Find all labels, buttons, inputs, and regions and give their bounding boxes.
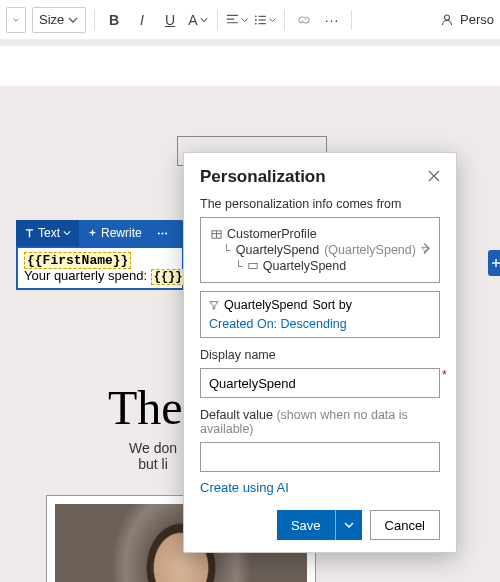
section-handle[interactable]	[488, 250, 500, 276]
save-label: Save	[277, 518, 335, 533]
selected-text-element[interactable]: Text Rewrite {{FirstName}} Your quarterl…	[16, 220, 184, 290]
font-color-label: A	[188, 12, 197, 28]
more-button[interactable]: ···	[321, 9, 343, 31]
link-button[interactable]	[293, 9, 315, 31]
link-icon	[297, 13, 311, 27]
hero-heading-fragment: The	[108, 380, 183, 435]
display-name-input[interactable]	[200, 368, 440, 398]
field-icon	[248, 261, 258, 271]
tree-root: CustomerProfile	[227, 227, 317, 241]
rewrite-button[interactable]: Rewrite	[79, 220, 150, 246]
chevron-down-icon	[269, 16, 276, 24]
chevron-down-icon	[68, 15, 78, 25]
firstname-token[interactable]: {{FirstName}}	[24, 252, 131, 269]
underline-label: U	[165, 12, 175, 28]
branch-icon: └	[235, 260, 243, 272]
inline-more-button[interactable]	[150, 220, 175, 246]
chevron-down-icon	[63, 229, 71, 237]
chevron-right-icon	[421, 242, 431, 256]
hero-subtext-line2: but li	[138, 456, 168, 472]
personalize-label[interactable]: Perso	[460, 12, 494, 27]
data-source-tree[interactable]: CustomerProfile └ QuartelySpend (Quartel…	[200, 217, 440, 283]
text-menu-label: Text	[38, 226, 60, 240]
font-size-label: Size	[39, 12, 64, 27]
default-value-label-text: Default value	[200, 408, 273, 422]
bold-button[interactable]: B	[103, 9, 125, 31]
font-color-button[interactable]: A	[187, 9, 209, 31]
chevron-down-icon	[241, 16, 248, 24]
cancel-button[interactable]: Cancel	[370, 510, 440, 540]
svg-point-3	[157, 232, 159, 234]
font-family-select[interactable]	[6, 7, 26, 33]
list-icon	[254, 13, 267, 27]
inline-edit-toolbar: Text Rewrite	[16, 220, 184, 246]
spend-token[interactable]: {{}}	[151, 269, 186, 285]
source-label: The personalization info comes from	[200, 197, 440, 211]
align-left-icon	[226, 13, 239, 27]
hero-subtext-line1: We don	[129, 440, 177, 456]
align-button[interactable]	[226, 9, 248, 31]
toolbar-separator	[284, 10, 285, 30]
toolbar-separator	[351, 10, 352, 30]
save-split-button[interactable]: Save	[277, 510, 362, 540]
create-ai-link[interactable]: Create using AI	[200, 480, 289, 495]
chevron-down-icon	[13, 15, 19, 25]
display-name-label: Display name	[200, 348, 440, 362]
svg-rect-7	[249, 264, 257, 269]
panel-title: Personalization	[200, 167, 326, 187]
sort-field: QuartelySpend	[224, 298, 307, 312]
rewrite-label: Rewrite	[101, 226, 142, 240]
sort-link[interactable]: Created On: Descending	[209, 317, 347, 331]
svg-point-4	[161, 232, 163, 234]
italic-label: I	[140, 12, 144, 28]
font-size-select[interactable]: Size	[32, 7, 86, 33]
tree-level2: QuartelySpend	[263, 259, 346, 273]
underline-button[interactable]: U	[159, 9, 181, 31]
personalization-panel: Personalization The personalization info…	[183, 152, 457, 553]
more-icon	[156, 228, 169, 239]
svg-point-0	[255, 15, 257, 17]
toolbar-separator	[94, 10, 95, 30]
svg-point-5	[165, 232, 167, 234]
text-edit-content[interactable]: {{FirstName}} Your quarterly spend: {{}}	[16, 246, 184, 290]
close-icon	[428, 170, 440, 182]
plus-icon	[491, 258, 500, 268]
sort-box[interactable]: QuartelySpend Sort by Created On: Descen…	[200, 291, 440, 338]
list-button[interactable]	[254, 9, 276, 31]
spend-text: Your quarterly spend:	[24, 268, 151, 283]
tree-level1-paren: (QuartelySpend)	[324, 243, 416, 257]
sparkle-icon	[87, 228, 98, 239]
chevron-down-icon	[200, 16, 208, 24]
close-button[interactable]	[428, 169, 440, 185]
svg-point-1	[255, 19, 257, 21]
sort-label: Sort by	[312, 298, 352, 312]
required-mark: *	[442, 368, 447, 382]
default-value-label: Default value (shown when no data is ava…	[200, 408, 440, 436]
svg-point-2	[255, 22, 257, 24]
filter-icon	[209, 300, 219, 310]
text-icon	[24, 228, 35, 239]
toolbar-separator	[217, 10, 218, 30]
tree-level1: QuartelySpend	[236, 243, 319, 257]
email-canvas: Text Rewrite {{FirstName}} Your quarterl…	[0, 40, 500, 582]
default-value-input[interactable]	[200, 442, 440, 472]
save-dropdown[interactable]	[335, 510, 362, 540]
person-icon	[440, 13, 454, 27]
table-icon	[211, 229, 222, 240]
branch-icon: └	[223, 244, 231, 256]
format-toolbar: Size B I U A ··· Perso	[0, 0, 500, 40]
text-menu-button[interactable]: Text	[16, 220, 79, 246]
bold-label: B	[109, 12, 119, 28]
tree-expand-caret[interactable]	[421, 242, 431, 259]
chevron-down-icon	[344, 520, 354, 530]
italic-button[interactable]: I	[131, 9, 153, 31]
canvas-white-bar	[0, 46, 500, 86]
